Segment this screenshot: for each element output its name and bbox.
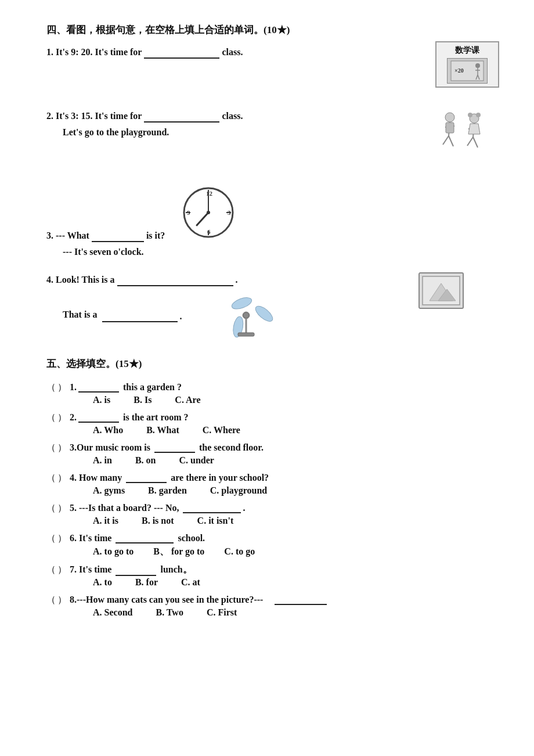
mc-q4-row: （ ） 4. How many are there in your school…: [46, 471, 499, 484]
question-4-2: 2. It's 3: 15. It's time for class. Let'…: [46, 111, 499, 169]
q5-7-options: A. to B. for C. at: [93, 577, 499, 588]
q5-4-options: A. gyms B. garden C. playground: [93, 485, 499, 496]
mc-q3-row: （ ） 3.Our music room is the second floor…: [46, 441, 499, 454]
q5-3-bracket-right: ）: [57, 442, 67, 454]
q5-4-text: 4. How many are there in your school?: [70, 471, 269, 483]
q5-3-opt-b: B. on: [135, 455, 156, 465]
q4-4-blank1: [117, 275, 233, 286]
q4-3-blank: [92, 231, 144, 242]
q5-8-bracket-right: ）: [57, 594, 67, 606]
q5-6-opt-a: A. to go to: [93, 546, 134, 556]
q5-8-bracket-left: （: [46, 594, 56, 606]
q5-5-opt-b: B. is not: [142, 516, 174, 525]
mc-q1-row: （ ） 1. this a garden ?: [46, 381, 499, 394]
q5-8-opt-c: C. First: [207, 607, 237, 617]
section4-title: 四、看图，根据句意，在空格上填上合适的单词。(10★): [46, 23, 499, 37]
svg-text:3: 3: [228, 209, 231, 216]
q5-4-opt-c: C. playground: [210, 485, 267, 495]
question-4-3: 3. --- What is it? 12 3 6 9: [46, 186, 499, 257]
svg-point-2: [475, 63, 480, 68]
q5-1-opt-c: C. Are: [175, 395, 200, 405]
mc-q8-row: （ ） 8.---How many cats can you see in th…: [46, 593, 499, 606]
section5: 五、选择填空。(15★) （ ） 1. this a garden ? A. i…: [46, 357, 499, 618]
svg-point-31: [207, 211, 210, 214]
svg-line-11: [449, 136, 453, 146]
question-4-1: 数学课 ×20 1.: [46, 47, 499, 93]
q5-5-bracket-right: ）: [57, 502, 67, 514]
svg-text:12: 12: [206, 190, 213, 197]
pe-class-image: [430, 105, 499, 157]
svg-rect-42: [238, 333, 254, 336]
mc-q7-row: （ ） 7. It's time lunch。: [46, 564, 499, 576]
q5-4-opt-a: A. gyms: [93, 485, 125, 495]
svg-point-39: [253, 304, 275, 324]
svg-point-37: [230, 296, 252, 311]
q4-4-blank2: [102, 311, 178, 322]
q4-1-text: 1. It's 9: 20. It's time for class.: [46, 47, 499, 59]
q5-3-bracket-left: （: [46, 442, 56, 454]
svg-text:×20: ×20: [454, 67, 464, 74]
q5-2-opt-a: A. Who: [93, 425, 123, 435]
mc-q5-row: （ ） 5. ---Is that a board? --- No, .: [46, 502, 499, 514]
q5-7-opt-c: C. at: [181, 577, 200, 587]
svg-line-16: [467, 137, 473, 146]
q5-1-opt-a: A. is: [93, 395, 110, 405]
q5-5-opt-a: A. it is: [93, 516, 118, 525]
svg-point-19: [476, 113, 481, 117]
svg-line-17: [473, 137, 478, 147]
svg-point-40: [243, 312, 249, 318]
q5-1-opt-b: B. Is: [134, 395, 151, 405]
q5-5-opt-c: C. it isn't: [197, 516, 234, 525]
q5-8-options: A. Second B. Two C. First: [93, 607, 499, 618]
q5-8-opt-b: B. Two: [156, 607, 183, 617]
q5-3-options: A. in B. on C. under: [93, 455, 499, 466]
q5-4-opt-b: B. garden: [148, 485, 187, 495]
q5-1-bracket-right: ）: [57, 381, 67, 394]
q5-2-options: A. Who B. What C. Where: [93, 425, 499, 435]
q5-6-bracket-right: ）: [57, 532, 67, 545]
svg-line-10: [443, 136, 449, 145]
q5-8-text: 8.---How many cats can you see in the pi…: [70, 593, 327, 605]
mc-q2-row: （ ） 2. is the art room ?: [46, 411, 499, 424]
mc-q6-row: （ ） 6. It's time school.: [46, 532, 499, 545]
q5-7-text: 7. It's time lunch。: [70, 564, 192, 576]
svg-point-7: [445, 113, 454, 122]
q5-3-opt-a: A. in: [93, 455, 112, 465]
svg-rect-12: [446, 123, 454, 133]
q4-1-blank: [144, 47, 219, 59]
section5-title: 五、选择填空。(15★): [46, 357, 499, 370]
q5-4-bracket-right: ）: [57, 472, 67, 484]
q4-3-sub: --- It's seven o'clock.: [63, 247, 499, 257]
q5-4-bracket-left: （: [46, 472, 56, 484]
q5-1-options: A. is B. Is C. Are: [93, 395, 499, 405]
q5-2-bracket-left: （: [46, 412, 56, 424]
q4-4-sub: That is a: [63, 309, 98, 320]
q5-2-bracket-right: ）: [57, 412, 67, 424]
q5-7-bracket-right: ）: [57, 564, 67, 576]
q5-8-opt-a: A. Second: [93, 607, 132, 617]
fan-image: [217, 292, 275, 341]
q5-6-text: 6. It's time school.: [70, 532, 205, 543]
svg-text:6: 6: [207, 228, 211, 235]
q5-6-opt-b: B、 for go to: [153, 546, 204, 556]
q5-7-opt-a: A. to: [93, 577, 112, 587]
q5-7-bracket-left: （: [46, 564, 56, 576]
q5-6-bracket-left: （: [46, 532, 56, 545]
q5-6-options: A. to go to B、 for go to C. to go: [93, 546, 499, 558]
q4-2-blank: [144, 111, 219, 123]
math-class-image: 数学课 ×20: [435, 41, 499, 88]
clock-image: 12 3 6 9: [182, 186, 234, 241]
q5-1-text: 1. this a garden ?: [70, 381, 182, 393]
q5-5-options: A. it is B. is not C. it isn't: [93, 516, 499, 526]
q5-3-opt-c: C. under: [179, 455, 214, 465]
q5-5-text: 5. ---Is that a board? --- No, .: [70, 502, 245, 513]
q5-7-opt-b: B. for: [135, 577, 158, 587]
svg-point-18: [468, 113, 472, 117]
q5-2-text: 2. is the art room ?: [70, 411, 189, 423]
q4-3-text: 3. --- What is it? 12 3 6 9: [46, 186, 499, 242]
q5-2-opt-c: C. Where: [203, 425, 240, 435]
svg-text:9: 9: [187, 209, 190, 216]
q5-3-text: 3.Our music room is the second floor.: [70, 441, 264, 453]
q5-6-opt-c: C. to go: [224, 546, 255, 556]
q5-1-bracket-left: （: [46, 381, 56, 394]
